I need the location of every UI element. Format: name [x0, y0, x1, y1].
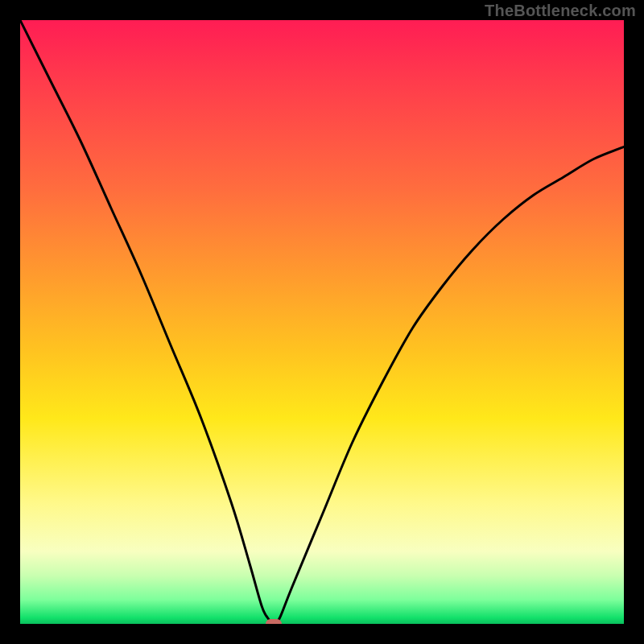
minimum-marker [266, 619, 282, 624]
bottleneck-curve [20, 20, 624, 624]
plot-area [20, 20, 624, 624]
chart-outer-frame: TheBottleneck.com [0, 0, 644, 644]
watermark-text: TheBottleneck.com [485, 2, 636, 20]
